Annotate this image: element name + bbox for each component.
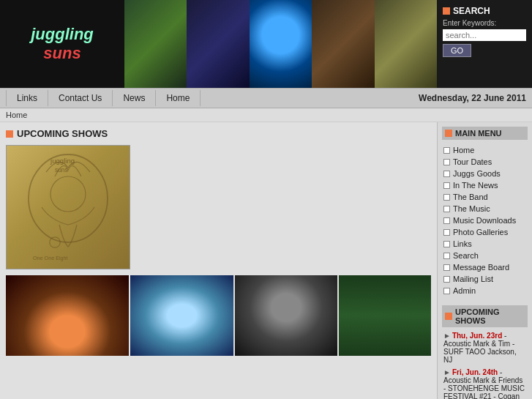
- menu-checkbox: [443, 182, 450, 189]
- main-content: UPCOMING SHOWS juggling suns One One Eig…: [0, 122, 532, 399]
- search-title: SEARCH: [443, 6, 526, 16]
- concert-photo-3: [235, 275, 337, 356]
- menu-item-label: The Band: [453, 193, 488, 201]
- menu-item-label: Photo Galleries: [453, 228, 508, 236]
- svg-text:juggling: juggling: [50, 157, 75, 165]
- menu-item-label: Admin: [453, 286, 476, 295]
- sidebar-upcoming-title: UPCOMING SHOWS: [442, 305, 528, 327]
- menu-checkbox: [443, 253, 450, 259]
- menu-checkbox: [443, 194, 450, 201]
- upcoming-shows-icon: [6, 130, 13, 138]
- concert-photo-4: [339, 275, 431, 356]
- menu-item-label: In The News: [453, 181, 498, 190]
- menu-item-label: Home: [453, 146, 474, 154]
- svg-text:suns: suns: [55, 166, 68, 174]
- header: juggling suns SEARCH Enter Keywords: GO: [0, 0, 532, 88]
- sidebar-menu-item[interactable]: Home: [442, 144, 528, 156]
- concert-photo-2: [130, 275, 233, 356]
- sidebar-menu-item[interactable]: Tour Dates: [442, 156, 528, 168]
- menu-checkbox: [443, 264, 450, 271]
- search-label: Enter Keywords:: [443, 19, 526, 27]
- date-display: Wednesday, 22 June 2011: [419, 93, 526, 103]
- search-area: SEARCH Enter Keywords: GO: [437, 0, 532, 88]
- photo-strip: [6, 275, 431, 356]
- menu-checkbox: [443, 171, 450, 177]
- sidebar-menu-item[interactable]: Mailing List: [442, 273, 528, 285]
- arrow-icon: ►: [443, 368, 451, 376]
- menu-checkbox: [443, 241, 450, 247]
- nav-news-link[interactable]: News: [113, 90, 156, 106]
- sidebar-menu-item[interactable]: Search: [442, 250, 528, 261]
- menu-item-label: Tour Dates: [453, 157, 492, 166]
- navbar: Links Contact Us News Home Wednesday, 22…: [0, 88, 532, 108]
- menu-checkbox: [443, 288, 450, 294]
- sidebar-menu-item[interactable]: Music Downloads: [442, 215, 528, 226]
- search-input[interactable]: [443, 29, 526, 41]
- sidebar-upcoming-item: ►Thu, Jun. 23rd - Acoustic Mark & Tim - …: [442, 332, 528, 364]
- sidebar-menu-item[interactable]: Message Board: [442, 261, 528, 273]
- upcoming-date: Thu, Jun. 23rd: [452, 332, 502, 340]
- menu-checkbox: [443, 217, 450, 224]
- search-title-text: SEARCH: [453, 6, 490, 16]
- nav-links-link[interactable]: Links: [6, 90, 48, 106]
- logo-line2: suns: [31, 44, 94, 63]
- menu-item-label: Mailing List: [453, 275, 493, 283]
- logo-line1: juggling: [31, 25, 94, 43]
- sidebar-upcoming-label: UPCOMING SHOWS: [455, 307, 525, 325]
- menu-item-label: The Music: [453, 204, 490, 213]
- sidebar-upcoming-items: ►Thu, Jun. 23rd - Acoustic Mark & Tim - …: [442, 332, 528, 399]
- menu-item-label: Music Downloads: [453, 216, 516, 225]
- menu-checkbox: [443, 147, 450, 154]
- header-photo-5: [375, 0, 437, 88]
- menu-checkbox: [443, 159, 450, 165]
- arrow-icon: ►: [443, 332, 451, 340]
- upcoming-shows-label: UPCOMING SHOWS: [17, 128, 108, 139]
- main-menu-icon: [445, 130, 452, 137]
- sidebar-menu-item[interactable]: In The News: [442, 179, 528, 191]
- sidebar: MAIN MENU HomeTour DatesJuggs GoodsIn Th…: [437, 122, 532, 399]
- nav-home-link[interactable]: Home: [156, 90, 201, 106]
- upcoming-date: Fri, Jun. 24th: [452, 368, 498, 376]
- sidebar-menu-item[interactable]: Photo Galleries: [442, 226, 528, 238]
- sidebar-upcoming-icon: [445, 313, 452, 320]
- main-menu-title: MAIN MENU: [442, 127, 528, 140]
- header-photo-1: [124, 0, 187, 88]
- nav-links: Links Contact Us News Home: [6, 90, 201, 106]
- menu-checkbox: [443, 276, 450, 283]
- svg-point-1: [50, 176, 86, 212]
- sidebar-menu-item[interactable]: Links: [442, 238, 528, 250]
- menu-item-label: Juggs Goods: [453, 169, 501, 178]
- sidebar-menu-item[interactable]: The Band: [442, 191, 528, 203]
- svg-point-2: [50, 237, 60, 247]
- main-menu-section: MAIN MENU HomeTour DatesJuggs GoodsIn Th…: [442, 127, 528, 297]
- sidebar-menu-item[interactable]: Juggs Goods: [442, 168, 528, 179]
- logo-area: juggling suns: [0, 0, 124, 88]
- menu-item-label: Links: [453, 239, 472, 248]
- header-photo-2: [187, 0, 249, 88]
- nav-contact-link[interactable]: Contact Us: [48, 90, 113, 106]
- sidebar-menu-items: HomeTour DatesJuggs GoodsIn The NewsThe …: [442, 144, 528, 297]
- album-sketch-svg: juggling suns One One Eight: [7, 146, 130, 269]
- menu-checkbox: [443, 229, 450, 236]
- orange-square-icon: [443, 7, 450, 15]
- album-image: juggling suns One One Eight: [6, 145, 130, 269]
- breadcrumb: Home: [0, 108, 532, 122]
- upcoming-shows-title: UPCOMING SHOWS: [6, 128, 431, 139]
- sidebar-upcoming-section: UPCOMING SHOWS ►Thu, Jun. 23rd - Acousti…: [442, 305, 528, 399]
- sidebar-menu-item[interactable]: Admin: [442, 285, 528, 297]
- concert-photo-1: [6, 275, 129, 356]
- menu-item-label: Message Board: [453, 263, 509, 272]
- svg-text:One One Eight: One One Eight: [33, 255, 68, 261]
- sidebar-menu-item[interactable]: The Music: [442, 203, 528, 215]
- sidebar-upcoming-item: ►Fri, Jun. 24th - Acoustic Mark & Friend…: [442, 368, 528, 399]
- logo: juggling suns: [31, 25, 94, 64]
- content-area: UPCOMING SHOWS juggling suns One One Eig…: [0, 122, 437, 399]
- header-photos: [124, 0, 437, 88]
- menu-item-label: Search: [453, 251, 479, 260]
- main-menu-label: MAIN MENU: [455, 129, 502, 138]
- menu-checkbox: [443, 206, 450, 212]
- search-button[interactable]: GO: [443, 44, 471, 57]
- breadcrumb-home[interactable]: Home: [6, 111, 27, 119]
- header-photo-4: [312, 0, 374, 88]
- header-photo-3: [250, 0, 312, 88]
